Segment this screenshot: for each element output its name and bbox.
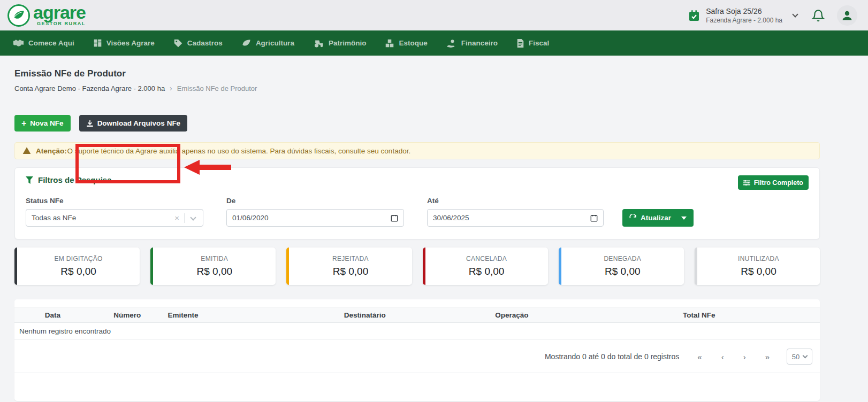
date-to-label: Até (427, 197, 604, 205)
chevron-down-icon (803, 353, 808, 359)
page-title: Emissão NFe de Produtor (14, 68, 820, 79)
alert-strong: Atenção: (36, 147, 67, 155)
nav-comece-aqui[interactable]: Comece Aqui (7, 30, 88, 56)
filters-panel: Filtros de Pesquisa Filtro Completo Stat… (14, 167, 820, 239)
summary-card-cancelada: CANCELADA R$ 0,00 (423, 248, 548, 285)
tractor-icon (314, 39, 324, 48)
card-label: EMITIDA (201, 255, 228, 262)
card-value: R$ 0,00 (60, 266, 96, 277)
nav-financeiro[interactable]: Financeiro (441, 30, 511, 56)
status-nfe-value: Todas as NFe (32, 214, 170, 222)
new-nfe-label: Nova NFe (30, 119, 63, 127)
nav-label: Comece Aqui (28, 39, 74, 47)
plus-icon: + (21, 119, 26, 128)
nav-label: Visões Agrare (106, 39, 155, 47)
download-nfe-files-button[interactable]: Download Arquivos NFe (79, 115, 188, 132)
breadcrumb-root[interactable]: Conta Agrare Demo - Fazenda Agrare - 2.0… (14, 84, 165, 92)
nav-fiscal[interactable]: Fiscal (511, 30, 562, 56)
column-emitente: Emitente (163, 307, 284, 323)
nav-cadastros[interactable]: Cadastros (168, 30, 236, 56)
status-nfe-select[interactable]: Todas as NFe × (26, 209, 203, 227)
card-label: CANCELADA (466, 255, 507, 262)
invoice-file-icon (517, 39, 524, 48)
user-avatar[interactable] (837, 5, 857, 26)
nav-label: Fiscal (529, 39, 549, 47)
page-content: Emissão NFe de Produtor Conta Agrare Dem… (14, 56, 820, 401)
handshake-icon (13, 39, 24, 47)
brand-name: agrare (33, 4, 86, 20)
leaf-logo-icon (7, 4, 30, 27)
brand-tagline: GESTOR RURAL (37, 21, 86, 26)
caret-down-icon[interactable] (681, 217, 687, 220)
boxes-icon (385, 39, 394, 48)
new-nfe-button[interactable]: + Nova NFe (14, 115, 71, 132)
date-from-input[interactable] (232, 214, 391, 222)
nfe-status-summary: EM DIGITAÇÃO R$ 0,00 EMITIDA R$ 0,00 REJ… (14, 248, 820, 285)
harvest-subtitle: Fazenda Agrare - 2.000 ha (706, 17, 782, 24)
breadcrumb-separator-icon: › (170, 84, 172, 92)
breadcrumb: Conta Agrare Demo - Fazenda Agrare - 2.0… (14, 84, 820, 92)
funnel-icon (26, 176, 33, 184)
notifications-bell-icon[interactable] (811, 9, 825, 22)
calendar-icon[interactable] (391, 214, 398, 222)
toolbar: + Nova NFe Download Arquivos NFe (14, 115, 820, 132)
tag-icon (174, 39, 182, 48)
date-from-field (226, 209, 404, 227)
first-page-button[interactable]: « (688, 350, 711, 364)
summary-card-inutilizada: INUTILIZADA R$ 0,00 (695, 248, 820, 285)
calendar-icon[interactable] (590, 214, 598, 222)
nav-agricultura[interactable]: Agricultura (236, 30, 308, 56)
card-value: R$ 0,00 (196, 266, 232, 277)
column-destinatario: Destinatário (284, 307, 445, 323)
harvest-title: Safra Soja 25/26 (706, 7, 782, 16)
refresh-icon (629, 214, 637, 222)
column-numero: Número (91, 307, 163, 323)
harvest-selector[interactable]: Safra Soja 25/26 Fazenda Agrare - 2.000 … (688, 7, 797, 24)
clear-selection-icon[interactable]: × (170, 213, 184, 222)
column-operacao: Operação (445, 307, 578, 323)
alert-text: Atenção: O suporte técnico da Agrare aux… (36, 147, 410, 155)
breadcrumb-current: Emissão NFe de Produtor (177, 84, 257, 92)
page-size-value: 50 (792, 353, 800, 361)
card-label: REJEITADA (332, 255, 369, 262)
pagination-summary: Mostrando 0 até 0 do total de 0 registro… (545, 352, 679, 361)
page-size-select[interactable]: 50 (787, 349, 812, 365)
sliders-icon (743, 180, 750, 186)
date-from-label: De (226, 197, 404, 205)
hand-money-icon (447, 39, 456, 48)
pagination: Mostrando 0 até 0 do total de 0 registro… (14, 340, 820, 365)
card-value: R$ 0,00 (741, 266, 776, 277)
grid-icon (94, 39, 102, 47)
table-footer-divider (14, 373, 820, 395)
calendar-check-icon (688, 9, 701, 22)
full-filter-button[interactable]: Filtro Completo (738, 175, 809, 190)
top-bar: agrare GESTOR RURAL Safra Soja 25/26 Faz… (0, 0, 868, 30)
prev-page-button[interactable]: ‹ (712, 350, 734, 364)
date-to-input[interactable] (433, 214, 590, 222)
nfe-table-panel: Data Número Emitente Destinatário Operaç… (14, 299, 820, 401)
nav-patrimonio[interactable]: Patrimônio (308, 30, 380, 56)
next-page-button[interactable]: › (734, 350, 756, 364)
nav-label: Estoque (399, 39, 427, 47)
status-nfe-label: Status NFe (26, 197, 203, 205)
card-value: R$ 0,00 (605, 266, 641, 277)
card-value: R$ 0,00 (333, 266, 369, 277)
last-page-button[interactable]: » (756, 350, 779, 364)
summary-card-emitida: EMITIDA R$ 0,00 (150, 248, 276, 285)
main-nav: Comece Aqui Visões Agrare Cadastros Agri… (0, 30, 868, 56)
summary-card-rejeitada: REJEITADA R$ 0,00 (286, 248, 412, 285)
nav-label: Patrimônio (329, 39, 367, 47)
nfe-table: Data Número Emitente Destinatário Operaç… (14, 307, 820, 323)
filters-title: Filtros de Pesquisa (38, 175, 112, 184)
chevron-down-icon (792, 11, 798, 17)
nav-visoes-agrare[interactable]: Visões Agrare (88, 30, 168, 56)
card-value: R$ 0,00 (469, 266, 505, 277)
alert-message: O suporte técnico da Agrare auxilia apen… (67, 147, 411, 155)
download-icon (86, 120, 94, 127)
refresh-button[interactable]: Atualizar (622, 209, 694, 227)
full-filter-label: Filtro Completo (754, 179, 803, 187)
nav-label: Agricultura (256, 39, 294, 47)
date-to-field (427, 209, 604, 227)
nav-estoque[interactable]: Estoque (379, 30, 440, 56)
column-data: Data (14, 307, 91, 323)
